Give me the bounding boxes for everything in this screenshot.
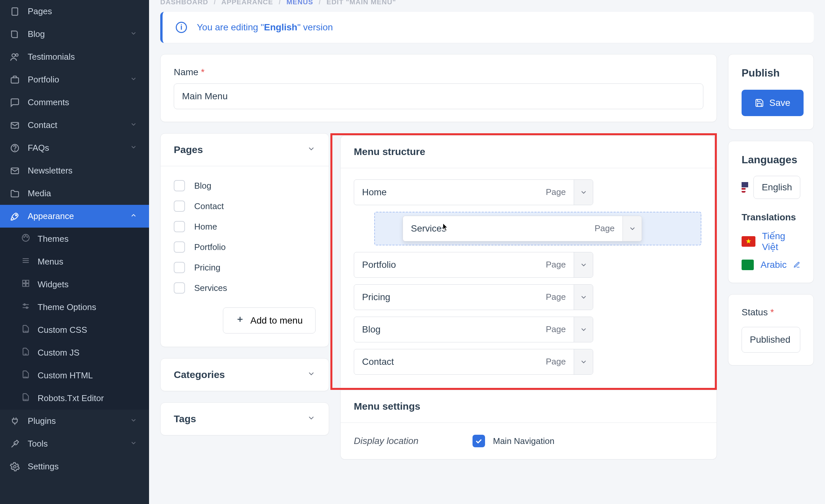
breadcrumb-sep: /	[319, 0, 321, 6]
blog-icon	[9, 29, 20, 39]
users-icon	[9, 52, 20, 62]
expand-toggle[interactable]	[574, 180, 593, 205]
checkbox[interactable]	[174, 180, 185, 191]
flag-ar-icon	[742, 260, 754, 270]
sidebar-sub-widgets[interactable]: Widgets	[0, 273, 149, 296]
categories-card: Categories	[160, 358, 329, 391]
publish-card: Publish Save	[728, 54, 814, 130]
sidebar-item-plugins[interactable]: Plugins	[0, 410, 149, 432]
sidebar-item-newsletters[interactable]: Newsletters	[0, 159, 149, 182]
menu-item-dragging[interactable]: Services Page	[402, 216, 642, 241]
chevron-up-icon	[130, 211, 137, 221]
name-input[interactable]	[174, 83, 703, 109]
main-nav-checkbox[interactable]	[472, 435, 485, 447]
checkbox[interactable]	[174, 262, 185, 273]
sidebar-label: Tools	[28, 439, 48, 449]
rocket-icon	[9, 211, 20, 221]
info-banner: i You are editing "English" version	[160, 12, 814, 43]
checkbox[interactable]	[174, 282, 185, 294]
page-checkbox-row[interactable]: Portfolio	[174, 237, 315, 257]
palette-icon	[21, 233, 30, 245]
chevron-down-icon	[130, 120, 137, 130]
menu-item[interactable]: Portfolio Page	[354, 252, 593, 278]
display-location-row: Display location Main Navigation	[354, 435, 703, 447]
sidebar-sub-menus[interactable]: Menus	[0, 250, 149, 273]
sidebar-sub-label: Robots.Txt Editor	[38, 393, 104, 404]
sidebar-label: Blog	[28, 29, 45, 39]
translation-link[interactable]: Arabic	[728, 260, 814, 283]
translation-link[interactable]: Tiếng Việt	[728, 230, 814, 260]
chevron-down-icon	[130, 439, 137, 449]
sidebar-sub-label: Custom HTML	[38, 370, 93, 381]
sidebar-sub-robots[interactable]: TXT Robots.Txt Editor	[0, 387, 149, 410]
sidebar-label: Contact	[28, 120, 57, 130]
expand-toggle[interactable]	[622, 216, 642, 241]
sidebar-item-appearance[interactable]: Appearance	[0, 205, 149, 228]
plug-icon	[9, 416, 20, 426]
expand-toggle[interactable]	[574, 349, 593, 374]
sidebar-item-testimonials[interactable]: Testimonials	[0, 46, 149, 68]
expand-toggle[interactable]	[574, 285, 593, 310]
page-checkbox-row[interactable]: Services	[174, 278, 315, 298]
sidebar-label: Media	[28, 188, 51, 199]
css-icon: CSS	[21, 324, 30, 336]
page-checkbox-row[interactable]: Home	[174, 216, 315, 237]
structure-header: Menu structure	[341, 136, 715, 168]
sidebar-item-media[interactable]: Media	[0, 182, 149, 205]
sidebar-item-contact[interactable]: Contact	[0, 114, 149, 137]
checkbox[interactable]	[174, 221, 185, 232]
svg-text:CSS: CSS	[23, 331, 28, 333]
save-button[interactable]: Save	[742, 90, 804, 116]
checkbox[interactable]	[174, 241, 185, 253]
checkbox[interactable]	[174, 201, 185, 212]
menu-structure-card: Menu structure Home Page	[340, 135, 715, 388]
breadcrumb-item[interactable]: MENUS	[287, 0, 313, 6]
sidebar-label: Testimonials	[28, 52, 75, 62]
languages-card: Languages English Translations Tiếng Việ…	[728, 141, 814, 283]
sidebar-sub-custom-css[interactable]: CSS Custom CSS	[0, 318, 149, 341]
sidebar: Pages Blog Testimonials Portfolio Commen…	[0, 0, 149, 504]
menu-settings-card: Menu settings Display location Main Navi…	[340, 390, 717, 459]
sidebar-sub-theme-options[interactable]: Theme Options	[0, 296, 149, 318]
sidebar-sub-custom-html[interactable]: HTML Custom HTML	[0, 364, 149, 387]
add-to-menu-button[interactable]: Add to menu	[223, 307, 315, 334]
sidebar-sub-custom-js[interactable]: JS Custom JS	[0, 341, 149, 364]
current-language-row: English	[728, 176, 814, 209]
page-checkbox-row[interactable]: Blog	[174, 175, 315, 196]
sidebar-item-portfolio[interactable]: Portfolio	[0, 68, 149, 91]
tags-header[interactable]: Tags	[161, 403, 329, 435]
info-icon: i	[176, 22, 187, 33]
flag-us-icon	[742, 182, 746, 193]
svg-point-28	[13, 465, 16, 468]
translations-title: Translations	[728, 209, 814, 230]
language-select[interactable]: English	[753, 176, 800, 199]
sidebar-sub-label: Menus	[38, 257, 63, 267]
sidebar-item-pages[interactable]: Pages	[0, 0, 149, 23]
svg-text:JS: JS	[24, 353, 27, 356]
breadcrumb-item[interactable]: APPEARANCE	[221, 0, 273, 6]
expand-toggle[interactable]	[574, 252, 593, 277]
sidebar-sub-themes[interactable]: Themes	[0, 228, 149, 250]
sidebar-label: Comments	[28, 97, 69, 107]
pages-header[interactable]: Pages	[161, 134, 329, 166]
categories-header[interactable]: Categories	[161, 359, 329, 391]
status-select[interactable]: Published	[742, 327, 800, 353]
sidebar-item-blog[interactable]: Blog	[0, 23, 149, 46]
menu-item[interactable]: Pricing Page	[354, 284, 593, 310]
menu-item[interactable]: Home Page	[354, 179, 593, 205]
sidebar-sub-label: Widgets	[38, 279, 69, 290]
chevron-down-icon	[307, 413, 315, 425]
breadcrumb-item[interactable]: DASHBOARD	[160, 0, 208, 6]
sidebar-item-comments[interactable]: Comments	[0, 91, 149, 114]
menu-item[interactable]: Contact Page	[354, 349, 593, 375]
svg-point-6	[14, 150, 15, 150]
chevron-down-icon	[130, 143, 137, 153]
sidebar-item-tools[interactable]: Tools	[0, 432, 149, 455]
page-checkbox-row[interactable]: Pricing	[174, 257, 315, 278]
sidebar-item-faqs[interactable]: FAQs	[0, 137, 149, 159]
menu-item[interactable]: Blog Page	[354, 317, 593, 342]
sidebar-item-settings[interactable]: Settings	[0, 455, 149, 478]
expand-toggle[interactable]	[574, 317, 593, 342]
page-checkbox-row[interactable]: Contact	[174, 196, 315, 216]
svg-rect-16	[23, 280, 25, 283]
